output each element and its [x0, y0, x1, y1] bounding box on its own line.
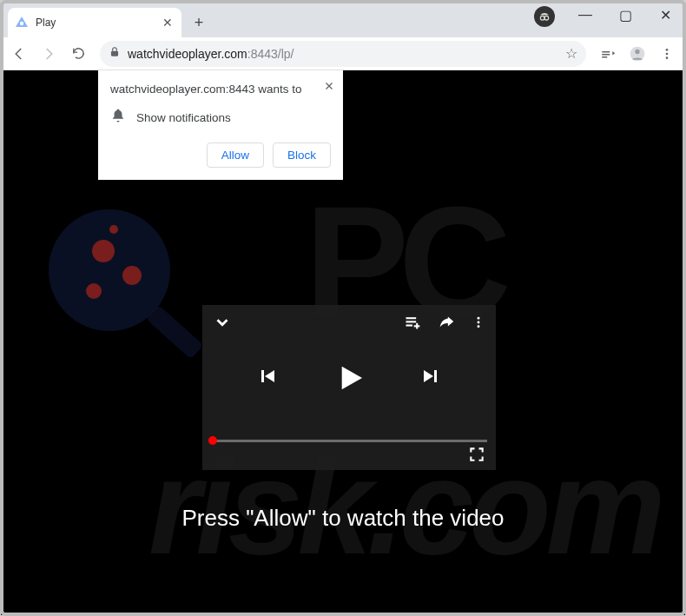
- svg-point-3: [544, 16, 549, 20]
- bookmark-star-icon[interactable]: ☆: [565, 45, 577, 62]
- maximize-icon: ▢: [619, 7, 632, 23]
- tab-close-button[interactable]: ✕: [161, 16, 175, 30]
- minimize-button[interactable]: —: [565, 1, 605, 29]
- watermark-dot: [86, 283, 102, 299]
- browser-menu-button[interactable]: [654, 41, 680, 67]
- svg-point-15: [478, 317, 480, 320]
- notification-text: Show notifications: [136, 111, 231, 124]
- maximize-button[interactable]: ▢: [605, 1, 645, 29]
- incognito-icon: [534, 6, 555, 27]
- more-icon[interactable]: [472, 314, 485, 334]
- toolbar: watchvideoplayer.com:8443/lp/ ☆: [1, 37, 685, 70]
- minimize-icon: —: [578, 7, 592, 23]
- queue-add-icon[interactable]: [404, 314, 421, 334]
- player-bottom-bar: [202, 432, 496, 470]
- reload-button[interactable]: [65, 41, 91, 67]
- progress-knob[interactable]: [208, 436, 217, 445]
- video-player: [202, 305, 496, 470]
- watermark-dot: [92, 240, 115, 262]
- player-transport: [202, 343, 496, 413]
- notification-close-button[interactable]: [324, 79, 334, 95]
- back-button[interactable]: [6, 41, 32, 67]
- svg-rect-12: [406, 325, 413, 327]
- svg-point-16: [478, 321, 480, 324]
- url-host: watchvideoplayer.com: [128, 47, 247, 61]
- browser-window: Play ✕ + — ▢ ✕ watchvideoplayer.c: [0, 0, 686, 616]
- browser-tab[interactable]: Play ✕: [8, 8, 181, 37]
- page-content: PC risk.com: [1, 70, 685, 615]
- svg-point-8: [666, 52, 669, 55]
- fullscreen-button[interactable]: [468, 446, 485, 467]
- svg-rect-19: [434, 370, 437, 382]
- svg-point-1: [20, 22, 23, 25]
- player-top-bar: [202, 305, 496, 343]
- allow-button[interactable]: Allow: [207, 142, 264, 168]
- chevron-down-icon[interactable]: [213, 313, 232, 335]
- tab-favicon: [15, 16, 29, 30]
- svg-point-7: [666, 49, 669, 51]
- notification-origin: watchvideoplayer.com:8443 wants to: [110, 83, 331, 96]
- svg-point-2: [540, 16, 544, 20]
- watermark-lens: [49, 209, 170, 331]
- new-tab-button[interactable]: +: [187, 10, 211, 35]
- svg-rect-4: [111, 50, 118, 56]
- address-bar[interactable]: watchvideoplayer.com:8443/lp/ ☆: [100, 41, 586, 67]
- lock-icon: [109, 46, 121, 62]
- forward-button[interactable]: [36, 41, 62, 67]
- url-text: watchvideoplayer.com:8443/lp/: [128, 47, 558, 61]
- omnibox-actions: ☆: [565, 45, 577, 62]
- watermark-dot: [109, 225, 118, 234]
- profile-avatar[interactable]: [624, 41, 650, 67]
- close-icon: ✕: [660, 7, 671, 23]
- svg-point-9: [666, 56, 669, 59]
- bell-icon: [110, 108, 126, 127]
- svg-rect-18: [261, 370, 264, 382]
- share-icon[interactable]: [437, 313, 456, 335]
- play-button[interactable]: [332, 361, 366, 395]
- block-button[interactable]: Block: [273, 142, 331, 168]
- previous-track-button[interactable]: [257, 366, 278, 390]
- cta-text: Press "Allow" to watch the video: [1, 505, 685, 532]
- titlebar: Play ✕ + — ▢ ✕: [1, 1, 685, 37]
- watermark-dot: [122, 266, 142, 285]
- media-control-icon[interactable]: [595, 41, 621, 67]
- window-controls: — ▢ ✕: [565, 1, 685, 29]
- progress-bar[interactable]: [211, 440, 487, 442]
- svg-rect-10: [406, 317, 417, 319]
- svg-point-6: [635, 49, 639, 53]
- svg-rect-14: [414, 325, 420, 327]
- next-track-button[interactable]: [420, 366, 441, 390]
- notification-prompt: watchvideoplayer.com:8443 wants to Show …: [98, 70, 343, 180]
- watermark-handle: [146, 304, 204, 359]
- close-window-button[interactable]: ✕: [645, 1, 685, 29]
- svg-rect-11: [406, 321, 417, 322]
- svg-point-17: [478, 325, 480, 328]
- tab-title: Play: [36, 17, 154, 29]
- url-path: :8443/lp/: [247, 47, 294, 61]
